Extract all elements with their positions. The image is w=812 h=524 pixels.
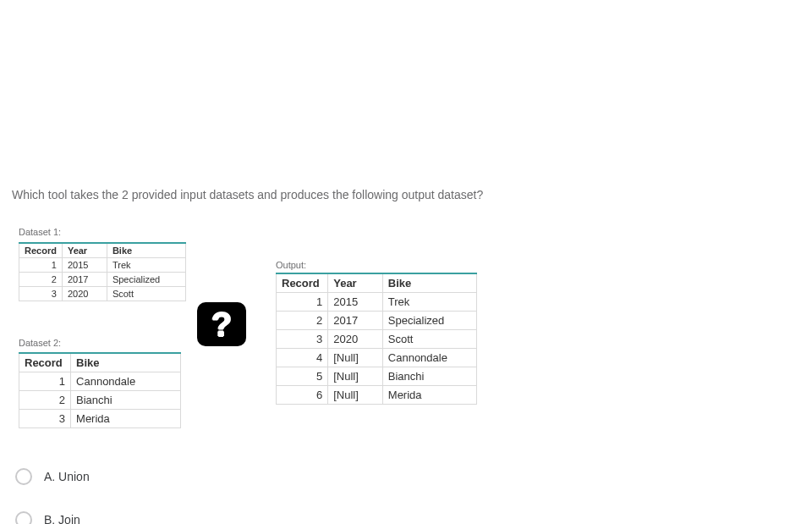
table-row: 2 2017 Specialized xyxy=(19,273,186,287)
cell-record: 3 xyxy=(277,330,328,349)
cell-record: 1 xyxy=(19,372,71,391)
col-record: Record xyxy=(277,273,328,293)
question-text: Which tool takes the 2 provided input da… xyxy=(12,188,483,201)
cell-year: [Null] xyxy=(328,349,383,367)
cell-bike: Trek xyxy=(382,293,476,312)
table-row: 3 2020 Scott xyxy=(19,287,186,301)
col-record: Record xyxy=(19,243,63,258)
table-dataset-1: Record Year Bike 1 2015 Trek 2 2017 Spec… xyxy=(19,242,186,301)
cell-record: 1 xyxy=(277,293,328,312)
label-dataset-2: Dataset 2: xyxy=(19,338,61,348)
cell-bike: Trek xyxy=(107,258,185,273)
cell-record: 1 xyxy=(19,258,63,273)
col-bike: Bike xyxy=(382,273,476,293)
cell-record: 6 xyxy=(277,386,328,405)
cell-year: 2017 xyxy=(328,312,383,330)
table-row: 4 [Null] Cannondale xyxy=(277,349,477,367)
cell-year: 2020 xyxy=(62,287,107,301)
choice-a[interactable]: A. Union xyxy=(15,468,90,485)
cell-year: 2015 xyxy=(62,258,107,273)
cell-record: 3 xyxy=(19,410,71,428)
cell-record: 4 xyxy=(277,349,328,367)
cell-bike: Scott xyxy=(107,287,185,301)
cell-bike: Cannondale xyxy=(382,349,476,367)
table-row: 3 Merida xyxy=(19,410,181,428)
cell-bike: Bianchi xyxy=(382,367,476,386)
table-row: 2 2017 Specialized xyxy=(277,312,477,330)
table-row: 1 2015 Trek xyxy=(277,293,477,312)
cell-record: 3 xyxy=(19,287,63,301)
cell-year: 2020 xyxy=(328,330,383,349)
table-row: 6 [Null] Merida xyxy=(277,386,477,405)
cell-bike: Specialized xyxy=(382,312,476,330)
cell-record: 2 xyxy=(19,273,63,287)
cell-bike: Cannondale xyxy=(71,372,181,391)
table-output: Record Year Bike 1 2015 Trek 2 2017 Spec… xyxy=(276,273,477,405)
col-year: Year xyxy=(62,243,107,258)
table-dataset-2: Record Bike 1 Cannondale 2 Bianchi 3 Mer… xyxy=(19,352,181,428)
col-year: Year xyxy=(328,273,383,293)
col-bike: Bike xyxy=(71,353,181,372)
cell-bike: Bianchi xyxy=(71,391,181,410)
table-row: 2 Bianchi xyxy=(19,391,181,410)
cell-record: 2 xyxy=(19,391,71,410)
radio-icon[interactable] xyxy=(15,511,32,524)
cell-bike: Specialized xyxy=(107,273,185,287)
col-bike: Bike xyxy=(107,243,185,258)
table-row: 1 Cannondale xyxy=(19,372,181,391)
label-dataset-1: Dataset 1: xyxy=(19,227,61,237)
cell-year: 2015 xyxy=(328,293,383,312)
table-row: 3 2020 Scott xyxy=(277,330,477,349)
label-output: Output: xyxy=(276,260,306,270)
cell-bike: Merida xyxy=(382,386,476,405)
choice-a-label: A. Union xyxy=(44,470,90,483)
cell-record: 5 xyxy=(277,367,328,386)
choice-b[interactable]: B. Join xyxy=(15,511,80,524)
cell-year: 2017 xyxy=(62,273,107,287)
cell-bike: Scott xyxy=(382,330,476,349)
cell-year: [Null] xyxy=(328,367,383,386)
cell-year: [Null] xyxy=(328,386,383,405)
choice-b-label: B. Join xyxy=(44,513,80,524)
mystery-tool-icon: ? xyxy=(197,302,246,346)
cell-record: 2 xyxy=(277,312,328,330)
radio-icon[interactable] xyxy=(15,468,32,485)
table-row: 5 [Null] Bianchi xyxy=(277,367,477,386)
table-row: 1 2015 Trek xyxy=(19,258,186,273)
cell-bike: Merida xyxy=(71,410,181,428)
col-record: Record xyxy=(19,353,71,372)
